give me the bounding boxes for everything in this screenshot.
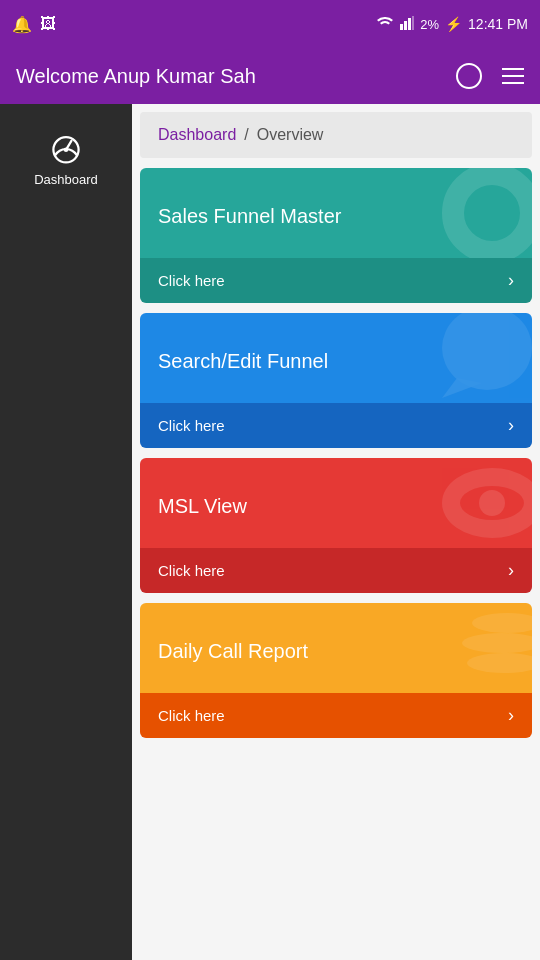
account-icon[interactable] — [456, 63, 482, 89]
card-search-edit-funnel-main: Search/Edit Funnel — [140, 313, 532, 403]
card-search-edit-funnel-footer[interactable]: Click here › — [140, 403, 532, 448]
main-layout: Dashboard Dashboard / Overview Sales Fun… — [0, 104, 540, 960]
breadcrumb-current: Overview — [257, 126, 324, 144]
svg-rect-1 — [404, 21, 407, 30]
svg-rect-3 — [412, 16, 414, 30]
card-msl-view-footer[interactable]: Click here › — [140, 548, 532, 593]
sidebar-item-dashboard-label: Dashboard — [34, 172, 98, 187]
status-bar: 🔔 🖼 2% ⚡ 12:41 PM — [0, 0, 540, 48]
card-daily-call-report-main: Daily Call Report — [140, 603, 532, 693]
svg-point-6 — [442, 313, 532, 390]
card-search-edit-funnel-icon — [422, 313, 532, 403]
battery-icon: ⚡ — [445, 16, 462, 32]
svg-rect-0 — [400, 24, 403, 30]
card-msl-view-icon — [442, 468, 532, 538]
card-sales-funnel-master-main: Sales Funnel Master — [140, 168, 532, 258]
image-icon: 🖼 — [40, 15, 56, 33]
card-msl-view-main: MSL View — [140, 458, 532, 548]
card-sales-funnel-master-click-label: Click here — [158, 272, 225, 289]
card-msl-view-title: MSL View — [158, 495, 247, 518]
card-msl-view-arrow: › — [508, 560, 514, 581]
content-area: Dashboard / Overview Sales Funnel Master… — [132, 104, 540, 960]
status-bar-right: 2% ⚡ 12:41 PM — [376, 16, 528, 33]
card-msl-view-click-label: Click here — [158, 562, 225, 579]
time-display: 12:41 PM — [468, 16, 528, 32]
card-search-edit-funnel-title: Search/Edit Funnel — [158, 350, 328, 373]
app-bar: Welcome Anup Kumar Sah — [0, 48, 540, 104]
status-bar-left: 🔔 🖼 — [12, 15, 56, 34]
breadcrumb-parent[interactable]: Dashboard — [158, 126, 236, 144]
card-msl-view: MSL View Click here › — [140, 458, 532, 593]
card-search-edit-funnel-arrow: › — [508, 415, 514, 436]
card-sales-funnel-master: Sales Funnel Master Click here › — [140, 168, 532, 303]
card-sales-funnel-master-footer[interactable]: Click here › — [140, 258, 532, 303]
sidebar: Dashboard — [0, 104, 132, 960]
card-search-edit-funnel: Search/Edit Funnel Click here › — [140, 313, 532, 448]
sidebar-item-dashboard[interactable]: Dashboard — [24, 120, 108, 197]
signal-icon — [400, 16, 414, 33]
card-daily-call-report-title: Daily Call Report — [158, 640, 308, 663]
card-search-edit-funnel-click-label: Click here — [158, 417, 225, 434]
wifi-icon — [376, 16, 394, 33]
card-sales-funnel-master-arrow: › — [508, 270, 514, 291]
card-daily-call-report-click-label: Click here — [158, 707, 225, 724]
card-daily-call-report-icon — [452, 613, 532, 683]
dashboard-icon — [48, 130, 84, 166]
svg-rect-2 — [408, 18, 411, 30]
card-sales-funnel-master-title: Sales Funnel Master — [158, 205, 341, 228]
app-bar-title: Welcome Anup Kumar Sah — [16, 65, 256, 88]
app-bar-icons — [456, 63, 524, 89]
card-daily-call-report-arrow: › — [508, 705, 514, 726]
card-daily-call-report: Daily Call Report Click here › — [140, 603, 532, 738]
notification-icon: 🔔 — [12, 15, 32, 34]
menu-icon[interactable] — [502, 68, 524, 84]
breadcrumb: Dashboard / Overview — [140, 112, 532, 158]
card-sales-funnel-master-icon — [442, 168, 532, 258]
battery-percentage: 2% — [420, 17, 439, 32]
card-daily-call-report-footer[interactable]: Click here › — [140, 693, 532, 738]
breadcrumb-separator: / — [244, 126, 248, 144]
